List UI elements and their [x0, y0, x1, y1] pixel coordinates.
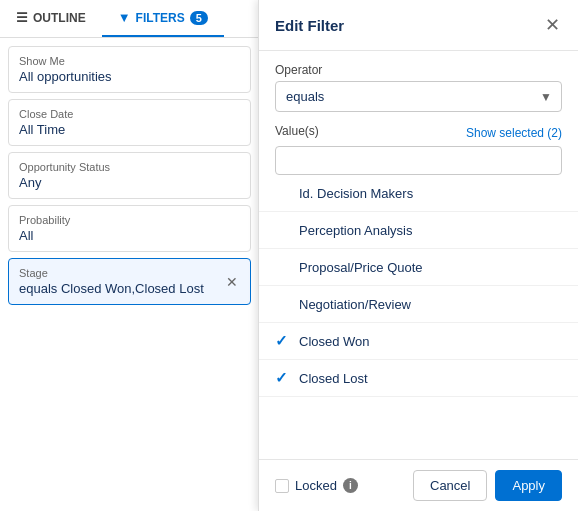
- tab-outline[interactable]: ☰ OUTLINE: [0, 0, 102, 37]
- operator-select-wrapper: equalsnot equal tocontainsdoes not conta…: [275, 81, 562, 112]
- option-label-proposal-price-quote: Proposal/Price Quote: [299, 260, 423, 275]
- filter-item-close-date[interactable]: Close DateAll Time: [8, 99, 251, 146]
- option-negotiation-review[interactable]: ✓Negotiation/Review: [259, 286, 578, 323]
- filter-label-stage: Stage: [19, 267, 240, 279]
- operator-label: Operator: [275, 63, 562, 77]
- filter-value-probability: All: [19, 228, 240, 243]
- option-closed-lost[interactable]: ✓Closed Lost: [259, 360, 578, 397]
- tab-filters[interactable]: ▼ FILTERS 5: [102, 0, 224, 37]
- filter-label-probability: Probability: [19, 214, 240, 226]
- filter-label-close-date: Close Date: [19, 108, 240, 120]
- close-button[interactable]: ✕: [543, 14, 562, 36]
- option-label-negotiation-review: Negotiation/Review: [299, 297, 411, 312]
- option-check-closed-won: ✓: [275, 332, 291, 350]
- filter-clear-stage[interactable]: ✕: [222, 273, 242, 291]
- option-label-closed-won: Closed Won: [299, 334, 370, 349]
- show-selected-link[interactable]: Show selected (2): [466, 126, 562, 140]
- tab-filters-label: FILTERS: [136, 11, 185, 25]
- filter-list: Show MeAll opportunitiesClose DateAll Ti…: [0, 38, 259, 511]
- edit-filter-panel: Edit Filter ✕ Operator equalsnot equal t…: [258, 0, 578, 511]
- filter-label-opportunity-status: Opportunity Status: [19, 161, 240, 173]
- filter-value-stage: equals Closed Won,Closed Lost: [19, 281, 240, 296]
- outline-icon: ☰: [16, 10, 28, 25]
- locked-section: Locked i: [275, 478, 358, 493]
- filter-item-opportunity-status[interactable]: Opportunity StatusAny: [8, 152, 251, 199]
- operator-select[interactable]: equalsnot equal tocontainsdoes not conta…: [275, 81, 562, 112]
- filters-badge: 5: [190, 11, 208, 25]
- tab-bar: ☰ OUTLINE ▼ FILTERS 5: [0, 0, 259, 38]
- option-perception-analysis[interactable]: ✓Perception Analysis: [259, 212, 578, 249]
- filter-value-show-me: All opportunities: [19, 69, 240, 84]
- cancel-button[interactable]: Cancel: [413, 470, 487, 501]
- values-header: Value(s) Show selected (2): [275, 124, 562, 142]
- locked-label: Locked: [295, 478, 337, 493]
- values-label: Value(s): [275, 124, 319, 138]
- apply-button[interactable]: Apply: [495, 470, 562, 501]
- filter-item-probability[interactable]: ProbabilityAll: [8, 205, 251, 252]
- panel-title: Edit Filter: [275, 17, 344, 34]
- option-label-closed-lost: Closed Lost: [299, 371, 368, 386]
- filter-value-opportunity-status: Any: [19, 175, 240, 190]
- filter-label-show-me: Show Me: [19, 55, 240, 67]
- panel-footer: Locked i Cancel Apply: [259, 459, 578, 511]
- filter-item-stage[interactable]: Stageequals Closed Won,Closed Lost✕: [8, 258, 251, 305]
- option-check-closed-lost: ✓: [275, 369, 291, 387]
- filter-item-show-me[interactable]: Show MeAll opportunities: [8, 46, 251, 93]
- values-search-input[interactable]: [275, 146, 562, 175]
- filter-icon: ▼: [118, 10, 131, 25]
- left-panel: ☰ OUTLINE ▼ FILTERS 5 Show MeAll opportu…: [0, 0, 260, 511]
- options-list: ✓Id. Decision Makers✓Perception Analysis…: [259, 175, 578, 459]
- option-label-id-decision-makers: Id. Decision Makers: [299, 186, 413, 201]
- panel-header: Edit Filter ✕: [259, 0, 578, 51]
- locked-checkbox[interactable]: [275, 479, 289, 493]
- option-closed-won[interactable]: ✓Closed Won: [259, 323, 578, 360]
- tab-outline-label: OUTLINE: [33, 11, 86, 25]
- option-id-decision-makers[interactable]: ✓Id. Decision Makers: [259, 175, 578, 212]
- option-proposal-price-quote[interactable]: ✓Proposal/Price Quote: [259, 249, 578, 286]
- panel-body: Operator equalsnot equal tocontainsdoes …: [259, 51, 578, 459]
- locked-info-icon[interactable]: i: [343, 478, 358, 493]
- option-label-perception-analysis: Perception Analysis: [299, 223, 412, 238]
- footer-buttons: Cancel Apply: [413, 470, 562, 501]
- filter-value-close-date: All Time: [19, 122, 240, 137]
